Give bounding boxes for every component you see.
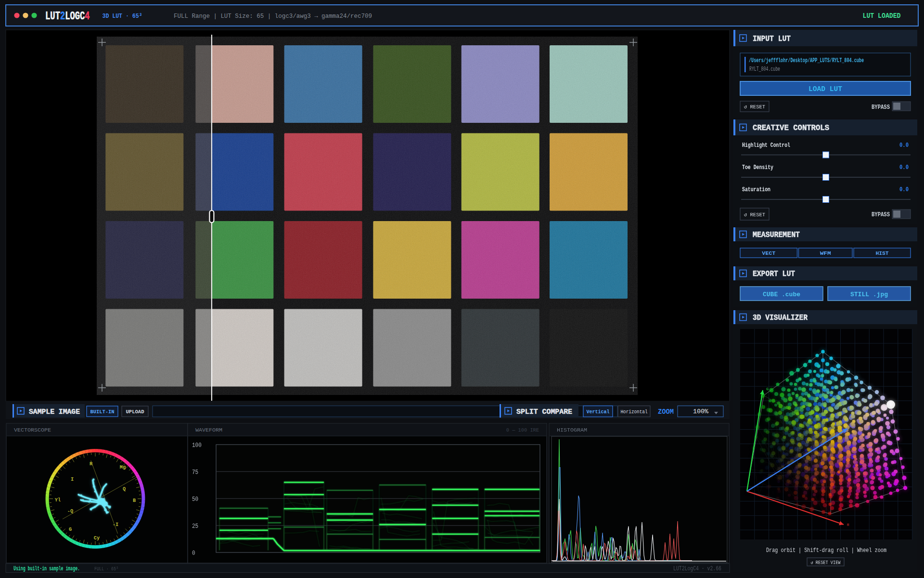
- svg-text:VECT: VECT: [762, 250, 775, 256]
- svg-text:WAVEFORM: WAVEFORM: [195, 427, 222, 433]
- svg-text:2: 2: [60, 10, 65, 23]
- svg-text:LUT: LUT: [45, 10, 60, 23]
- svg-text:FULL · 65³: FULL · 65³: [94, 566, 118, 572]
- svg-text:MEASUREMENT: MEASUREMENT: [753, 231, 800, 239]
- svg-text:LOAD LUT: LOAD LUT: [808, 85, 842, 93]
- svg-text:BYPASS: BYPASS: [872, 104, 890, 111]
- svg-text:Using built-in sample image.: Using built-in sample image.: [13, 565, 80, 572]
- svg-text:↺ RESET: ↺ RESET: [744, 212, 765, 218]
- svg-text:G: G: [766, 387, 769, 391]
- svg-text:G: G: [69, 526, 72, 532]
- svg-text:HIST: HIST: [876, 250, 889, 256]
- svg-text:-Q: -Q: [67, 508, 74, 514]
- svg-text:↺ RESET: ↺ RESET: [744, 104, 765, 110]
- svg-text:↺ RESET VIEW: ↺ RESET VIEW: [811, 560, 841, 565]
- svg-text:Cy: Cy: [94, 535, 100, 541]
- svg-text:UPLOAD: UPLOAD: [126, 409, 144, 415]
- svg-text:SAMPLE IMAGE: SAMPLE IMAGE: [29, 408, 80, 416]
- svg-text:50: 50: [192, 496, 198, 503]
- svg-text:CUBE .cube: CUBE .cube: [763, 291, 800, 298]
- svg-text:BYPASS: BYPASS: [872, 211, 890, 218]
- svg-text:Horizontal: Horizontal: [621, 409, 648, 415]
- svg-text:Yl: Yl: [55, 497, 61, 503]
- svg-text:FULL Range | LUT Size: 65 |: FULL Range | LUT Size: 65 | logc3/awg3 →…: [174, 13, 372, 20]
- svg-text:0.0: 0.0: [899, 142, 909, 149]
- svg-text:EXPORT LUT: EXPORT LUT: [753, 270, 795, 278]
- svg-text:0 — 100 IRE: 0 — 100 IRE: [506, 427, 539, 433]
- svg-text:25: 25: [192, 523, 198, 530]
- svg-text:ZOOM: ZOOM: [658, 408, 674, 416]
- svg-text:0: 0: [192, 550, 195, 557]
- svg-text:Toe Density: Toe Density: [742, 164, 773, 171]
- svg-text:LUT2LogC4 · v2.66: LUT2LogC4 · v2.66: [673, 565, 721, 572]
- svg-text:LUT LOADED: LUT LOADED: [863, 12, 901, 20]
- svg-text:B: B: [133, 498, 136, 503]
- svg-text:Q: Q: [123, 486, 126, 492]
- svg-text:STILL .jpg: STILL .jpg: [850, 291, 888, 298]
- svg-text:VECTORSCOPE: VECTORSCOPE: [14, 427, 51, 433]
- svg-text:4: 4: [85, 10, 90, 23]
- svg-text:Vertical: Vertical: [587, 409, 610, 415]
- svg-text:SPLIT COMPARE: SPLIT COMPARE: [516, 408, 572, 416]
- svg-text:RYLT_804.cube: RYLT_804.cube: [749, 66, 780, 73]
- svg-text:-I: -I: [113, 522, 118, 527]
- svg-text:75: 75: [192, 469, 198, 476]
- svg-text:INPUT LUT: INPUT LUT: [753, 35, 791, 43]
- svg-text:3D LUT · 65³: 3D LUT · 65³: [103, 13, 142, 20]
- svg-text:Highlight Control: Highlight Control: [742, 142, 790, 149]
- svg-text:Saturation: Saturation: [742, 186, 770, 193]
- svg-text:R: R: [90, 461, 93, 467]
- svg-text:0.0: 0.0: [899, 186, 909, 193]
- svg-text:Mg: Mg: [120, 464, 126, 470]
- svg-text:WFM: WFM: [820, 250, 831, 256]
- svg-text:HISTOGRAM: HISTOGRAM: [557, 427, 587, 433]
- svg-text:0.0: 0.0: [899, 164, 909, 171]
- svg-text:Drag orbit | Shift-drag roll |: Drag orbit | Shift-drag roll | Wheel zoo…: [766, 547, 886, 554]
- svg-text:3D VISUALIZER: 3D VISUALIZER: [753, 314, 808, 322]
- svg-text:/Users/jeffflohr/Desktop/APP_L: /Users/jeffflohr/Desktop/APP_LUTS/RYLT_8…: [749, 57, 864, 64]
- svg-text:I: I: [71, 476, 74, 482]
- svg-text:100: 100: [192, 442, 202, 449]
- svg-text:BUILT-IN: BUILT-IN: [90, 409, 115, 415]
- svg-text:LOGC: LOGC: [65, 10, 85, 23]
- svg-text:R: R: [847, 523, 849, 527]
- svg-text:CREATIVE CONTROLS: CREATIVE CONTROLS: [753, 124, 829, 132]
- svg-text:100%: 100%: [693, 408, 709, 415]
